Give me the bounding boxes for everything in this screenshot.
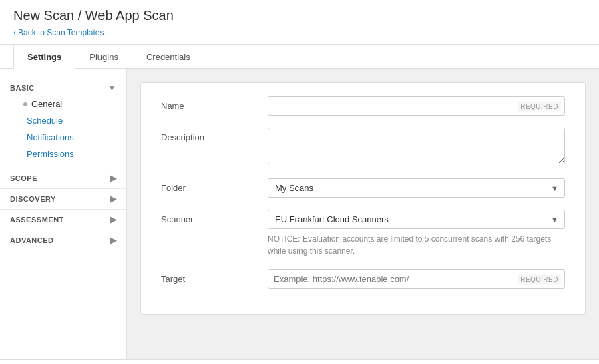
scanner-control: EU Frankfurt Cloud Scanners ▼ NOTICE: Ev… (268, 210, 565, 257)
sidebar: BASIC ▼ General Schedule Notifications P… (0, 69, 127, 359)
scanner-label: Scanner (161, 210, 268, 224)
sidebar-item-notifications[interactable]: Notifications (10, 129, 116, 146)
sidebar-section-scope[interactable]: SCOPE ▶ (0, 168, 126, 188)
tab-settings[interactable]: Settings (13, 45, 75, 69)
description-control (268, 128, 565, 166)
tab-plugins[interactable]: Plugins (75, 45, 132, 69)
target-input[interactable] (268, 269, 565, 289)
page-title: New Scan / Web App Scan (13, 8, 586, 23)
tabs-bar: Settings Plugins Credentials (0, 45, 599, 69)
main-layout: BASIC ▼ General Schedule Notifications P… (0, 69, 599, 359)
target-row: Target REQUIRED (161, 269, 565, 289)
tab-credentials[interactable]: Credentials (132, 45, 204, 69)
sidebar-section-scope-label: SCOPE (10, 174, 37, 182)
folder-select[interactable]: My Scans All Scans (268, 178, 565, 198)
target-input-wrap: REQUIRED (268, 269, 565, 289)
folder-select-wrap: My Scans All Scans ▼ (268, 178, 565, 198)
folder-label: Folder (161, 178, 268, 193)
sidebar-section-discovery[interactable]: DISCOVERY ▶ (0, 188, 126, 209)
dot-icon (23, 102, 27, 106)
name-input[interactable] (268, 96, 565, 116)
sidebar-item-permissions[interactable]: Permissions (10, 146, 116, 162)
chevron-down-icon: ▼ (108, 83, 116, 93)
chevron-left-icon: ‹ (13, 28, 16, 37)
name-row: Name REQUIRED (161, 96, 565, 116)
sidebar-section-assessment[interactable]: ASSESSMENT ▶ (0, 209, 126, 230)
sidebar-section-discovery-label: DISCOVERY (10, 195, 56, 203)
scanner-notice: NOTICE: Evaluation accounts are limited … (268, 233, 565, 257)
scanner-row: Scanner EU Frankfurt Cloud Scanners ▼ NO… (161, 210, 565, 257)
footer-bar: Save ▼ Cancel (0, 359, 599, 364)
sidebar-item-general[interactable]: General (10, 96, 116, 112)
page-header: New Scan / Web App Scan ‹ Back to Scan T… (0, 0, 599, 45)
back-to-templates-link[interactable]: ‹ Back to Scan Templates (13, 28, 104, 37)
description-input[interactable] (268, 128, 565, 164)
sidebar-section-advanced-label: ADVANCED (10, 236, 54, 244)
form-panel: Name REQUIRED Description Folder (140, 82, 586, 315)
chevron-right-icon2: ▶ (110, 194, 117, 204)
chevron-right-icon: ▶ (110, 174, 117, 183)
chevron-right-icon4: ▶ (110, 236, 117, 245)
sidebar-item-schedule[interactable]: Schedule (10, 112, 116, 129)
name-label: Name (161, 96, 268, 111)
sidebar-section-basic: BASIC ▼ General Schedule Notifications P… (0, 75, 126, 168)
description-label: Description (161, 128, 268, 142)
folder-row: Folder My Scans All Scans ▼ (161, 178, 565, 198)
sidebar-section-basic-label: BASIC (10, 84, 35, 92)
sidebar-section-assessment-label: ASSESSMENT (10, 216, 64, 224)
name-input-wrap: REQUIRED (268, 96, 565, 116)
sidebar-section-advanced[interactable]: ADVANCED ▶ (0, 230, 126, 250)
sidebar-section-basic-header[interactable]: BASIC ▼ (10, 81, 116, 96)
chevron-right-icon3: ▶ (110, 215, 117, 224)
target-label: Target (161, 269, 268, 284)
name-control: REQUIRED (268, 96, 565, 116)
scanner-select-wrap: EU Frankfurt Cloud Scanners ▼ (268, 210, 565, 229)
scanner-select[interactable]: EU Frankfurt Cloud Scanners (268, 210, 565, 229)
description-row: Description (161, 128, 565, 166)
target-control: REQUIRED (268, 269, 565, 289)
folder-control: My Scans All Scans ▼ (268, 178, 565, 198)
content-area: Name REQUIRED Description Folder (127, 69, 599, 359)
